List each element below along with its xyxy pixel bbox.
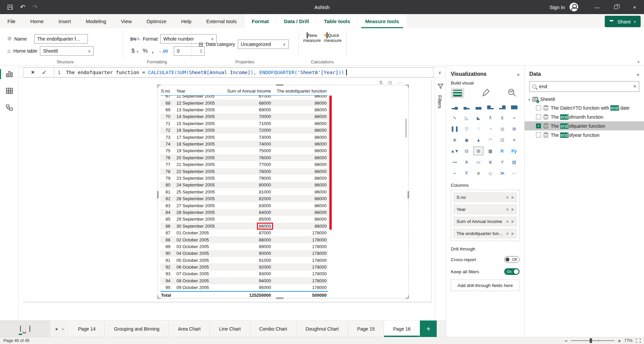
focus-mode-icon[interactable]: ⊡ xyxy=(388,80,392,85)
zoom-in-button[interactable]: + xyxy=(618,338,621,344)
resize-handle[interactable] xyxy=(157,295,158,299)
table-row[interactable]: 8327 September 20058300086000 xyxy=(160,202,328,209)
decimal-places-icon[interactable]: →.00 xyxy=(157,49,168,54)
table-row[interactable]: 7014 September 20057000086000 xyxy=(160,113,328,120)
page-tab-area-chart[interactable]: Area Chart xyxy=(169,321,210,337)
chevron-down-icon[interactable]: ∨ xyxy=(506,231,509,236)
r-script-visual-icon[interactable]: R xyxy=(497,147,507,155)
table-row[interactable]: 8903 October 200589000178000 xyxy=(160,243,328,250)
menu-tab-file[interactable]: File xyxy=(0,14,23,28)
table-header-row[interactable]: S.noYearSum of Annual IncomeThe endofqua… xyxy=(160,87,328,96)
collapse-ribbon-icon[interactable]: ∧ xyxy=(637,59,640,64)
more-options-icon[interactable]: ⋯ xyxy=(397,80,402,85)
measure-item[interactable]: The DatesYTD function with end date xyxy=(525,103,644,112)
fit-to-page-icon[interactable] xyxy=(636,339,641,343)
menu-tab-home[interactable]: Home xyxy=(23,14,51,28)
line-and-stacked-column-chart-icon[interactable]: ⊼ xyxy=(485,113,495,122)
table-row[interactable]: 7923 September 20057900086000 xyxy=(160,175,328,181)
filters-pane-collapsed[interactable]: Filters xyxy=(435,78,446,320)
field-checkbox[interactable] xyxy=(536,114,541,119)
python-visual-icon[interactable]: Py xyxy=(509,147,519,155)
arcgis-map-icon[interactable]: ⊚ xyxy=(473,169,483,177)
remove-field-icon[interactable]: × xyxy=(511,219,514,224)
resize-handle[interactable] xyxy=(408,191,409,198)
table-row[interactable]: 7115 September 20057100086000 xyxy=(160,120,328,127)
paginated-report-icon[interactable]: ≣ xyxy=(485,158,495,166)
power-bi-report-icon[interactable]: ▤ xyxy=(509,158,519,166)
measure-item[interactable]: The endofmonth function xyxy=(525,112,644,121)
table-row[interactable]: 7418 September 20057400086000 xyxy=(160,140,328,147)
menu-tab-optimize[interactable]: Optimize xyxy=(139,14,174,28)
table-row[interactable]: 8226 September 20058200086000 xyxy=(160,195,328,202)
clustered-column-chart-icon[interactable]: ▆▆ xyxy=(509,102,519,111)
clustered-bar-chart-icon[interactable]: ▂▆ xyxy=(497,102,507,111)
remove-field-icon[interactable]: × xyxy=(511,195,514,200)
table-row[interactable]: 7317 September 20057300086000 xyxy=(160,134,328,140)
menu-tab-table-tools[interactable]: Table tools xyxy=(316,14,358,28)
gauge-icon[interactable]: ◠ xyxy=(485,135,495,144)
currency-icon[interactable]: $ ∨ xyxy=(131,48,139,54)
multi-row-card-icon[interactable]: ≡ xyxy=(509,135,519,144)
collapse-pane-icon[interactable]: » xyxy=(637,71,639,77)
table-row[interactable]: 8024 September 20058000086000 xyxy=(160,182,328,188)
table-row[interactable]: 8529 September 20058500086000 xyxy=(160,216,328,223)
chevron-down-icon[interactable]: ∨ xyxy=(506,207,509,212)
undo-icon[interactable]: ↶ xyxy=(20,3,25,11)
line-and-clustered-column-chart-icon[interactable]: ⊻ xyxy=(497,113,507,122)
table-row[interactable]: 8701 October 200587000178000 xyxy=(160,229,328,236)
table-row[interactable]: 7216 September 20057200086000 xyxy=(160,127,328,134)
data-view-button[interactable] xyxy=(0,82,19,99)
resize-handle[interactable] xyxy=(157,191,159,198)
table-row[interactable]: 9408 October 200594000178000 xyxy=(160,277,328,284)
save-icon[interactable] xyxy=(7,5,13,10)
menu-tab-measure-tools[interactable]: Measure tools xyxy=(358,14,407,28)
slicer-icon[interactable]: ⊟ xyxy=(462,147,472,155)
table-row[interactable]: 8428 September 20058400086000 xyxy=(160,209,328,216)
table-row[interactable]: 8630 September 20058600086000 xyxy=(160,223,328,229)
measure-item[interactable]: The endofyear function xyxy=(525,130,644,139)
filled-map-icon[interactable]: ◉ xyxy=(462,135,472,144)
column-header-inc[interactable]: Sum of Annual Income xyxy=(225,89,271,94)
field-checkbox[interactable] xyxy=(536,132,541,137)
menu-tab-help[interactable]: Help xyxy=(174,14,199,28)
page-tab-doughnut-chart[interactable]: Doughnut Chart xyxy=(297,321,348,337)
page-tab-page-16[interactable]: Page 16 xyxy=(384,321,420,337)
waterfall-chart-icon[interactable]: ▌▐ xyxy=(449,124,460,133)
keep-all-filters-toggle[interactable]: On xyxy=(504,268,520,275)
field-checkbox[interactable]: ✓ xyxy=(536,123,541,128)
remove-field-icon[interactable]: × xyxy=(511,207,514,212)
pie-chart-icon[interactable]: ◔ xyxy=(485,124,495,133)
page-tab-page-15[interactable]: Page 15 xyxy=(348,321,384,337)
100-stacked-bar-chart-icon[interactable]: ▄▄ xyxy=(473,102,483,111)
table-row[interactable]: 9105 October 200591000178000 xyxy=(160,257,328,264)
desktop-view-button[interactable] xyxy=(20,326,21,332)
field-well-year[interactable]: Year∨× xyxy=(453,205,517,214)
ribbon-chart-icon[interactable]: ≈ xyxy=(509,113,519,122)
page-tab-grouping-and-binning[interactable]: Grouping and Binning xyxy=(105,321,169,337)
table-row[interactable]: 9206 October 200592000178000 xyxy=(160,264,328,270)
decomposition-tree-icon[interactable]: ⋔ xyxy=(462,158,472,166)
cross-report-toggle[interactable]: Off xyxy=(504,256,520,263)
table-row[interactable]: 9509 October 200595000178000 xyxy=(160,284,328,291)
home-table-select[interactable]: Sheet8∨ xyxy=(40,46,94,56)
power-automate-icon[interactable]: ≫ xyxy=(497,169,507,177)
stacked-bar-chart-icon[interactable]: ▂▄ xyxy=(449,102,460,111)
azure-map-icon[interactable]: ▲ xyxy=(473,135,483,144)
field-checkbox[interactable] xyxy=(536,105,541,110)
resize-handle[interactable] xyxy=(408,295,409,299)
more-visuals-icon[interactable]: ⋯ xyxy=(509,169,519,177)
table-row[interactable]: 8802 October 200588000178000 xyxy=(160,236,328,243)
tab-analytics[interactable] xyxy=(507,88,516,98)
data-category-select[interactable]: Uncategorized∨ xyxy=(238,40,289,49)
matrix-icon[interactable]: ▦ xyxy=(485,147,495,155)
menu-tab-data-drill[interactable]: Data / Drill xyxy=(276,14,316,28)
menu-tab-insert[interactable]: Insert xyxy=(51,14,78,28)
page-tab-line-chart[interactable]: Line Chart xyxy=(210,321,250,337)
column-header-fn[interactable]: The endofquarter function xyxy=(271,89,327,94)
commit-formula-icon[interactable]: ✓ xyxy=(42,69,47,76)
report-view-button[interactable] xyxy=(0,66,19,82)
menu-tab-external-tools[interactable]: External tools xyxy=(199,14,244,28)
treemap-icon[interactable]: ⊞ xyxy=(509,124,519,133)
card-icon[interactable]: ⊡ xyxy=(497,135,507,144)
100-stacked-column-chart-icon[interactable]: ▆▂ xyxy=(485,102,495,111)
